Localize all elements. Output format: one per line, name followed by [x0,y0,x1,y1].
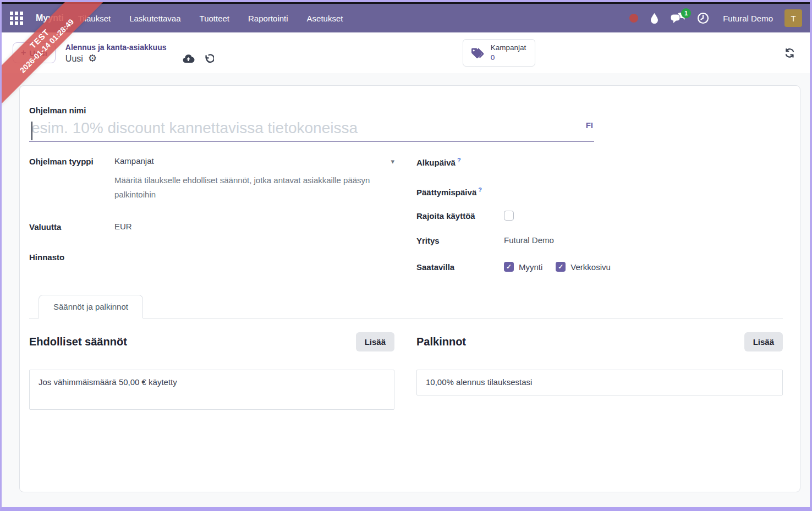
form-right-column: Alkupäivä? Päättymispäivä? Rajoita käytt… [416,156,783,272]
nav-item-asetukset[interactable]: Asetukset [307,14,343,23]
limit-usage-checkbox[interactable] [504,211,514,221]
program-type-value: Kampanjat [114,156,154,166]
refresh-icon [784,48,795,58]
program-type-help: Määritä tilaukselle ehdolliset säännöt, … [114,173,382,202]
currency-label: Valuutta [29,222,114,232]
program-type-select[interactable]: Kampanjat [114,156,394,166]
app-window: TEST 2026-01-14 01:28:49 Myynti Tilaukse… [0,0,812,511]
gear-icon [88,53,97,64]
end-date-label: Päättymispäivä? [416,186,504,197]
main-menu: Tilaukset Laskutettavaa Tuotteet Raporto… [78,14,343,23]
rule-card[interactable]: Jos vähimmäismäärä 50,00 € käytetty [29,370,394,410]
unsaved-indicator [182,53,214,64]
top-navbar: Myynti Tilaukset Laskutettavaa Tuotteet … [2,2,810,32]
start-date-label: Alkupäivä? [416,156,504,167]
limit-usage-label: Rajoita käyttöä [416,211,504,221]
start-date-help-icon: ? [457,157,461,163]
language-badge[interactable]: FI [586,120,593,130]
notebook-tabs: Säännöt ja palkinnot [29,295,783,318]
form-sheet: Ohjelman nimi FI Ohjelman tyyppi Kampanj… [19,85,800,492]
campaigns-stat-button[interactable]: Kampanjat 0 [463,39,536,67]
company-switcher[interactable]: Futural Demo [723,14,773,23]
rewards-section: Palkinnot Lisää 10,00% alennus tilaukses… [416,332,783,410]
actions-gear-button[interactable] [88,53,97,64]
program-name-input[interactable] [29,118,594,142]
company-label: Yritys [416,235,504,245]
conditional-rules-section: Ehdolliset säännöt Lisää Jos vähimmäismä… [29,332,394,410]
apps-grid-icon [9,11,24,25]
navbar-systray: 1 Futural Demo T [629,9,802,27]
add-rule-button[interactable]: Lisää [356,332,394,351]
available-website-checkbox[interactable] [556,262,566,272]
activities-button[interactable] [697,12,709,24]
user-avatar[interactable]: T [784,9,802,27]
content-area: Ohjelman nimi FI Ohjelman tyyppi Kampanj… [2,85,810,511]
company-value[interactable]: Futural Demo [504,235,554,245]
add-reward-button[interactable]: Lisää [744,332,783,351]
rules-section-title: Ehdolliset säännöt [29,336,127,348]
available-on-options: Myynti Verkkosivu [504,262,611,272]
message-count-badge: 1 [681,8,691,18]
chevron-down-icon [391,156,394,166]
available-sale-label[interactable]: Myynti [519,262,542,272]
breadcrumb-parent-link[interactable]: Alennus ja kanta-asiakkuus [65,43,167,53]
nav-item-tuotteet[interactable]: Tuotteet [200,14,229,23]
undo-icon [204,53,214,64]
droplet-icon [650,13,659,24]
text-cursor [31,122,32,140]
form-left-column: Ohjelman tyyppi Kampanjat Määritä tilauk… [29,156,394,272]
messages-button[interactable]: 1 [671,13,685,24]
rule-card-text: Jos vähimmäismäärä 50,00 € käytetty [39,377,177,387]
program-type-label: Ohjelman tyyppi [29,156,114,166]
status-dot-icon [629,14,638,23]
tags-icon [470,46,485,60]
stat-button-value: 0 [491,53,526,63]
refresh-button[interactable] [784,48,795,58]
rules-rewards-panel: Ehdolliset säännöt Lisää Jos vähimmäismä… [20,318,800,410]
nav-item-raportointi[interactable]: Raportointi [248,14,288,23]
droplet-button[interactable] [650,13,659,24]
available-sale-checkbox[interactable] [504,262,514,272]
rewards-section-title: Palkinnot [416,336,466,348]
apps-menu-button[interactable] [8,10,25,26]
pricelist-input[interactable] [114,252,224,262]
nav-item-laskutettavaa[interactable]: Laskutettavaa [129,14,180,23]
available-on-label: Saatavilla [416,262,504,272]
breadcrumb-current: Uusi [65,53,83,64]
control-panel: Uusi Alennus ja kanta-asiakkuus Uusi [2,32,810,73]
program-name-label: Ohjelman nimi [29,106,594,115]
currency-value: EUR [114,222,132,231]
save-cloud-button[interactable] [182,54,195,63]
tab-rules-and-rewards[interactable]: Säännöt ja palkinnot [39,295,143,318]
breadcrumb: Alennus ja kanta-asiakkuus Uusi [65,42,214,64]
stat-button-label: Kampanjat [491,43,526,53]
reward-card-text: 10,00% alennus tilauksestasi [426,377,532,387]
discard-button[interactable] [204,53,214,64]
available-website-label[interactable]: Verkkosivu [570,262,611,272]
reward-card[interactable]: 10,00% alennus tilauksestasi [416,370,783,395]
end-date-help-icon: ? [478,186,482,193]
cloud-upload-icon [182,54,195,63]
end-date-input[interactable] [504,186,614,196]
clock-icon [697,12,709,24]
program-name-field: Ohjelman nimi FI [29,106,594,142]
start-date-input[interactable] [504,156,614,167]
pricelist-label: Hinnasto [29,252,114,262]
